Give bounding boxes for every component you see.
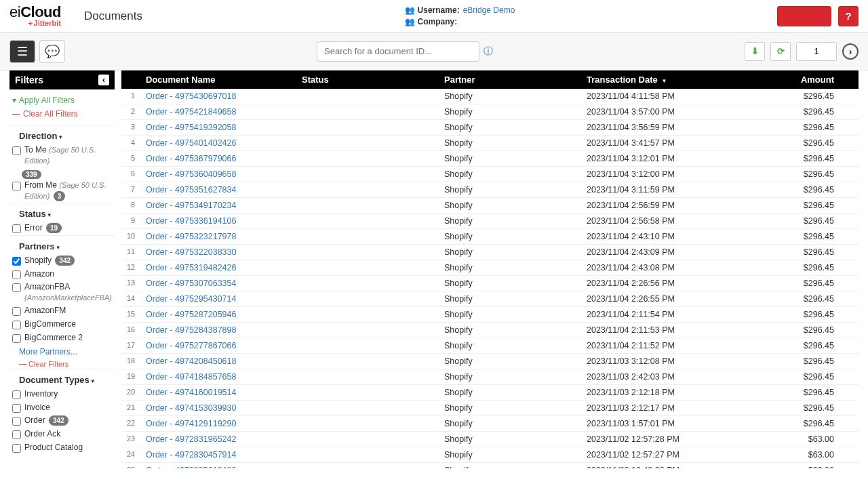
table-row[interactable]: 24Order - 4972830457914Shopify2023/11/02… xyxy=(121,447,859,463)
partner-filter-item[interactable]: AmazonFM xyxy=(9,304,115,318)
info-icon[interactable]: ⓘ xyxy=(484,45,493,58)
table-row[interactable]: 16Order - 4975284387898Shopify2023/11/04… xyxy=(121,323,859,338)
page-number-input[interactable] xyxy=(796,42,837,61)
document-link[interactable]: Order - 4975319482426 xyxy=(146,263,236,272)
more-partners-link[interactable]: More Partners... xyxy=(9,344,115,359)
menu-button[interactable]: ☰ xyxy=(9,40,35,63)
partner-filter-item[interactable]: BigCommerce 2 xyxy=(9,331,115,345)
table-row[interactable]: 10Order - 4975323217978Shopify2023/11/04… xyxy=(121,229,859,245)
partner-filter-item[interactable]: AmazonFBA(AmazonMarketplaceFBA) xyxy=(9,281,115,304)
doctype-filter-item[interactable]: Product Catalog xyxy=(9,441,115,455)
partners-section-toggle[interactable]: Partners▼ xyxy=(9,235,115,254)
col-header-name[interactable]: Document Name xyxy=(140,70,296,89)
table-row[interactable]: 14Order - 4975295430714Shopify2023/11/04… xyxy=(121,291,859,307)
doctype-checkbox[interactable] xyxy=(12,390,21,399)
document-link[interactable]: Order - 4974129119290 xyxy=(146,419,236,428)
document-link[interactable]: Order - 4975287205946 xyxy=(146,310,236,319)
doctype-filter-item[interactable]: Order Ack xyxy=(9,428,115,441)
partner-checkbox[interactable] xyxy=(12,334,21,343)
document-link[interactable]: Order - 4975419392058 xyxy=(146,123,236,132)
document-link[interactable]: Order - 4974184857658 xyxy=(146,372,236,382)
document-link[interactable]: Order - 4975323217978 xyxy=(146,232,236,241)
document-link[interactable]: Order - 4972825018426 xyxy=(146,466,236,468)
table-row[interactable]: 12Order - 4975319482426Shopify2023/11/04… xyxy=(121,260,859,276)
error-checkbox[interactable] xyxy=(12,224,21,233)
doctype-checkbox[interactable] xyxy=(12,444,21,453)
col-header-status[interactable]: Status xyxy=(296,70,439,89)
col-header-date[interactable]: Transaction Date ▼ xyxy=(581,70,730,89)
table-row[interactable]: 3Order - 4975419392058Shopify2023/11/04 … xyxy=(121,120,859,136)
clear-partner-filters-link[interactable]: —Clear Filters xyxy=(9,359,115,369)
document-link[interactable]: Order - 4975284387898 xyxy=(146,325,236,335)
table-row[interactable]: 21Order - 4974153039930Shopify2023/11/03… xyxy=(121,401,859,416)
partner-filter-item[interactable]: Amazon xyxy=(9,268,115,281)
primary-action-button[interactable] xyxy=(777,6,831,26)
table-row[interactable]: 2Order - 4975421849658Shopify2023/11/04 … xyxy=(121,104,859,120)
table-row[interactable]: 17Order - 4975277867066Shopify2023/11/04… xyxy=(121,338,859,354)
refresh-button[interactable]: ⟳ xyxy=(770,42,791,61)
document-link[interactable]: Order - 4975360409658 xyxy=(146,169,236,179)
brand-logo[interactable]: eiCloud Jitterbit xyxy=(9,5,61,27)
apply-all-filters-link[interactable]: ▾ Apply All Filters xyxy=(12,94,112,107)
document-link[interactable]: Order - 4975430697018 xyxy=(146,92,236,101)
filter-to-me[interactable]: To Me (Sage 50 U.S. Edition) xyxy=(9,144,115,167)
from-me-checkbox[interactable] xyxy=(12,182,21,190)
clear-all-filters-link[interactable]: — Clear All Filters xyxy=(12,107,112,121)
search-input[interactable] xyxy=(317,41,479,62)
doctype-checkbox[interactable] xyxy=(12,417,21,426)
table-row[interactable]: 23Order - 4972831965242Shopify2023/11/02… xyxy=(121,432,859,447)
table-row[interactable]: 11Order - 4975322038330Shopify2023/11/04… xyxy=(121,245,859,260)
download-button[interactable]: ⬇ xyxy=(745,42,765,61)
table-row[interactable]: 19Order - 4974184857658Shopify2023/11/03… xyxy=(121,369,859,385)
document-link[interactable]: Order - 4972830457914 xyxy=(146,450,236,460)
document-link[interactable]: Order - 4975277867066 xyxy=(146,341,236,350)
doctype-filter-item[interactable]: Order 342 xyxy=(9,414,115,428)
document-link[interactable]: Order - 4974160019514 xyxy=(146,388,236,397)
table-row[interactable]: 8Order - 4975349170234Shopify2023/11/04 … xyxy=(121,198,859,214)
table-row[interactable]: 1Order - 4975430697018Shopify2023/11/04 … xyxy=(121,89,859,104)
table-row[interactable]: 25Order - 4972825018426Shopify2023/11/02… xyxy=(121,463,859,468)
table-row[interactable]: 7Order - 4975351627834Shopify2023/11/04 … xyxy=(121,182,859,198)
table-row[interactable]: 20Order - 4974160019514Shopify2023/11/03… xyxy=(121,385,859,401)
partner-filter-item[interactable]: Shopify 342 xyxy=(9,254,115,268)
table-row[interactable]: 5Order - 4975367979066Shopify2023/11/04 … xyxy=(121,151,859,167)
direction-section-toggle[interactable]: Direction▼ xyxy=(9,125,115,144)
partner-checkbox[interactable] xyxy=(12,283,21,292)
username-link[interactable]: eBridge Demo xyxy=(463,5,515,15)
table-row[interactable]: 9Order - 4975336194106Shopify2023/11/04 … xyxy=(121,214,859,229)
document-link[interactable]: Order - 4972831965242 xyxy=(146,434,236,444)
document-link[interactable]: Order - 4975349170234 xyxy=(146,201,236,210)
doctype-checkbox[interactable] xyxy=(12,430,21,439)
partner-checkbox[interactable] xyxy=(12,257,21,266)
table-row[interactable]: 4Order - 4975401402426Shopify2023/11/04 … xyxy=(121,136,859,151)
next-page-button[interactable]: › xyxy=(842,43,859,60)
to-me-checkbox[interactable] xyxy=(12,146,21,155)
col-header-amount[interactable]: Amount xyxy=(730,70,859,89)
document-link[interactable]: Order - 4975401402426 xyxy=(146,138,236,148)
help-button[interactable]: ? xyxy=(838,6,859,26)
table-row[interactable]: 6Order - 4975360409658Shopify2023/11/04 … xyxy=(121,167,859,182)
table-row[interactable]: 18Order - 4974208450618Shopify2023/11/03… xyxy=(121,354,859,369)
doctype-filter-item[interactable]: Inventory xyxy=(9,388,115,401)
table-row[interactable]: 22Order - 4974129119290Shopify2023/11/03… xyxy=(121,416,859,432)
document-link[interactable]: Order - 4975367979066 xyxy=(146,154,236,163)
document-link[interactable]: Order - 4975421849658 xyxy=(146,107,236,117)
document-link[interactable]: Order - 4975295430714 xyxy=(146,294,236,304)
document-link[interactable]: Order - 4975336194106 xyxy=(146,216,236,226)
status-section-toggle[interactable]: Status▼ xyxy=(9,203,115,222)
collapse-sidebar-button[interactable]: ‹ xyxy=(98,75,109,85)
filter-error[interactable]: Error 19 xyxy=(9,222,115,235)
table-body[interactable]: 1Order - 4975430697018Shopify2023/11/04 … xyxy=(121,89,859,468)
table-row[interactable]: 15Order - 4975287205946Shopify2023/11/04… xyxy=(121,307,859,323)
partner-filter-item[interactable]: BigCommerce xyxy=(9,318,115,331)
document-link[interactable]: Order - 4975307063354 xyxy=(146,279,236,288)
chat-button[interactable]: 💬 xyxy=(39,40,65,63)
table-row[interactable]: 13Order - 4975307063354Shopify2023/11/04… xyxy=(121,276,859,291)
partner-checkbox[interactable] xyxy=(12,270,21,279)
doctype-checkbox[interactable] xyxy=(12,404,21,413)
document-link[interactable]: Order - 4974208450618 xyxy=(146,357,236,366)
document-link[interactable]: Order - 4974153039930 xyxy=(146,403,236,413)
document-link[interactable]: Order - 4975351627834 xyxy=(146,185,236,195)
doctypes-section-toggle[interactable]: Document Types▼ xyxy=(9,369,115,388)
partner-checkbox[interactable] xyxy=(12,307,21,316)
